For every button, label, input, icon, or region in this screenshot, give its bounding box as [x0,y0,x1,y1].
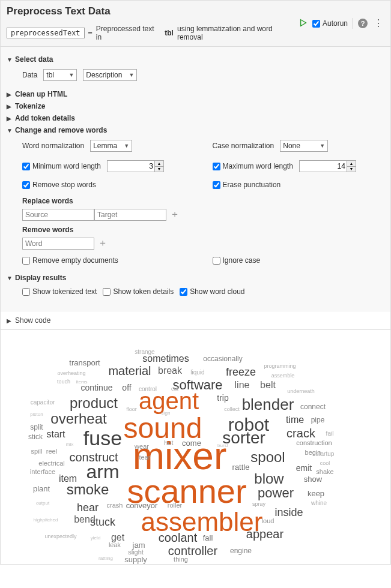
show-word-cloud-checkbox[interactable]: Show word cloud [180,287,244,296]
word-cloud-word: software [172,377,222,393]
word-cloud-word: overheating [57,370,85,376]
remove-empty-docs-label: Remove empty documents [32,256,118,265]
erase-punctuation-checkbox[interactable]: Erase punctuation [213,181,281,189]
replace-target-input[interactable] [94,209,166,221]
min-word-length-label: Minimum word length [32,162,101,170]
ignore-case-checkbox[interactable]: Ignore case [213,256,261,265]
show-code-label: Show code [15,316,50,325]
section-header-select-data[interactable]: ▼ Select data [7,55,384,64]
word-cloud-word: unexpectedly [44,533,76,539]
word-cloud-word: hot [164,439,173,446]
word-cloud-word: cut [171,386,178,392]
word-norm-dropdown[interactable]: Lemma ▼ [90,140,132,152]
section-header-add-token-details[interactable]: ▶ Add token details [7,114,384,122]
section-header-change-remove[interactable]: ▼ Change and remove words [7,126,384,134]
min-word-length-spinner[interactable]: ▲▼ [155,160,164,172]
max-word-length-input[interactable] [299,160,347,172]
chevron-down-icon: ▼ [129,72,134,78]
word-norm-value: Lemma [93,142,117,150]
remove-stop-words-label: Remove stop words [32,181,96,189]
column-dropdown[interactable]: Description ▼ [83,69,137,81]
section-label: Select data [15,55,53,64]
word-cloud-word: hear [77,502,99,514]
data-label: Data [22,71,37,79]
replace-source-input[interactable] [22,209,94,221]
word-cloud-word: thing [174,556,188,563]
help-icon[interactable]: ? [358,19,368,28]
word-cloud-word: keep [308,489,324,498]
chevron-down-icon: ▼ [68,72,74,78]
word-cloud-word: blender [242,395,294,414]
remove-stop-words-checkbox[interactable]: Remove stop words [22,181,96,189]
word-cloud-word: overheat [50,410,106,427]
min-word-length-input[interactable] [107,160,155,172]
section-change-remove-words: ▼ Change and remove words Word normaliza… [7,126,384,270]
word-cloud-word: programming [264,363,296,369]
section-label: Add token details [15,114,75,122]
data-dropdown-value: tbl [46,71,54,79]
word-cloud-word: material [108,364,151,378]
show-tokenized-label: Show tokenized text [32,287,97,296]
autorun-checkbox[interactable]: Autorun [312,19,348,28]
ignore-case-label: Ignore case [223,256,261,265]
section-header-display-results[interactable]: ▼ Display results [7,274,384,282]
word-cloud-word: rattle [232,463,250,472]
word-cloud-word: emit [296,463,312,473]
data-dropdown[interactable]: tbl ▼ [43,69,77,81]
equals-sign: = [88,29,92,37]
word-cloud-word: crack [286,427,315,440]
section-select-data: ▼ Select data Data tbl ▼ Description ▼ [7,55,384,86]
word-cloud-word: sometimes [142,353,189,364]
disclosure-icon: ▼ [7,56,13,63]
word-cloud-word: startup [316,451,335,457]
section-header-tokenize[interactable]: ▶ Tokenize [7,102,384,110]
word-cloud-word: connect [300,403,326,411]
autorun-label: Autorun [323,19,348,28]
kebab-menu-icon[interactable]: ⋮ [372,19,384,28]
word-cloud-word: start [46,429,65,440]
word-cloud-word: loud [262,517,274,524]
panel-title: Preprocess Text Data [7,5,299,17]
add-replace-pair-icon[interactable]: ＋ [166,208,183,221]
add-remove-word-icon[interactable]: ＋ [94,237,111,250]
section-label: Clean up HTML [15,90,67,98]
max-word-length-spinner[interactable]: ▲▼ [347,160,356,172]
word-cloud-word: liquid [190,369,204,376]
section-header-clean-html[interactable]: ▶ Clean up HTML [7,90,384,98]
word-cloud-word: transport [69,358,100,367]
column-dropdown-value: Description [86,71,122,79]
word-cloud-word: items [76,379,87,385]
show-word-cloud-label: Show word cloud [190,287,244,296]
disclosure-icon: ▶ [7,115,13,122]
word-cloud-word: sign [162,410,171,416]
word-cloud-word: cool [320,460,330,466]
word-cloud-word: come [182,439,201,448]
chevron-down-icon: ▼ [320,143,325,149]
show-code-toggle[interactable]: ▶ Show code [1,311,390,329]
remove-word-input[interactable] [22,238,94,250]
min-word-length-checkbox[interactable]: Minimum word length [22,162,101,170]
output-variable-name[interactable]: preprocessedText [7,28,85,38]
preprocess-panel: Preprocess Text Data preprocessedText = … [0,0,391,330]
show-token-details-checkbox[interactable]: Show token details [103,287,174,296]
word-cloud-word: line [235,380,250,391]
show-tokenized-checkbox[interactable]: Show tokenized text [22,287,97,296]
case-norm-dropdown[interactable]: None ▼ [280,140,328,152]
remove-empty-docs-checkbox[interactable]: Remove empty documents [22,256,118,265]
case-norm-label: Case normalization [213,142,274,150]
word-cloud-word: construct [69,451,118,464]
word-cloud-word: mix [66,442,73,447]
word-cloud-word: yield [91,535,100,541]
word-cloud-word: coolant [159,531,198,545]
word-cloud-word: bend [74,514,95,525]
word-cloud-word: highpitched [34,517,58,523]
word-cloud-word: shake [316,468,333,475]
run-button[interactable] [299,19,308,29]
output-desc-suffix: using lemmatization and word removal [177,25,299,41]
word-cloud-word: fail [326,430,334,437]
disclosure-icon: ▼ [7,275,13,281]
max-word-length-checkbox[interactable]: Maximum word length [213,162,293,170]
word-cloud-word: whine [311,500,327,506]
word-cloud-word: construction [296,439,332,446]
section-display-results: ▼ Display results Show tokenized text Sh… [7,274,384,301]
